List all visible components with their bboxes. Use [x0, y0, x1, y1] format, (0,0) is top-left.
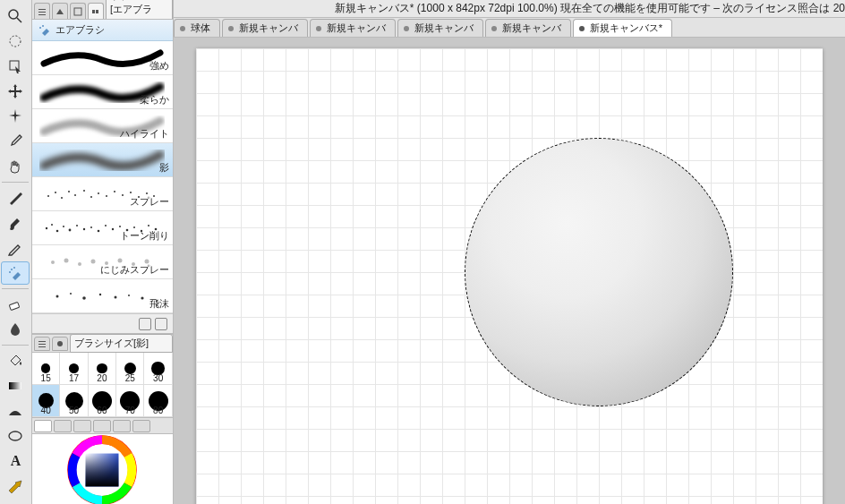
color-intermediate-tab[interactable] — [113, 420, 131, 432]
svg-rect-71 — [86, 454, 119, 487]
subtool-group-header[interactable]: エアブラシ — [32, 20, 173, 41]
brush-size-cell[interactable]: 80 — [144, 385, 172, 417]
panel-tab-icon[interactable] — [88, 3, 104, 19]
svg-point-16 — [39, 27, 41, 29]
panel-menu-icon[interactable] — [34, 3, 50, 19]
svg-point-22 — [74, 194, 76, 196]
brush-item[interactable]: にじみスプレー — [32, 245, 173, 279]
svg-point-31 — [146, 192, 148, 194]
brush-size-cell[interactable]: 15 — [32, 353, 60, 385]
shading-tool[interactable] — [1, 399, 30, 423]
svg-line-1 — [17, 18, 21, 22]
text-tool[interactable]: A — [1, 449, 30, 473]
separator — [2, 182, 29, 183]
brush-size-cell[interactable]: 50 — [60, 385, 88, 417]
document-tab[interactable]: 新規キャンバ — [397, 19, 483, 37]
svg-point-43 — [112, 227, 114, 229]
brush-size-cell[interactable]: 30 — [144, 353, 172, 385]
svg-rect-67 — [38, 346, 46, 347]
pencil-tool[interactable] — [1, 236, 30, 260]
hand-tool[interactable] — [1, 155, 30, 178]
svg-point-48 — [148, 225, 149, 226]
brush-size-value: 60 — [97, 406, 107, 415]
document-tab[interactable]: 新規キャンバ — [310, 19, 396, 37]
document-tab[interactable]: 新規キャンバス* — [573, 19, 672, 37]
brush-size-cell[interactable]: 25 — [116, 353, 144, 385]
brush-size-cell[interactable]: 17 — [60, 353, 88, 385]
eyedropper-tool[interactable] — [1, 130, 30, 153]
brush-size-dot — [97, 363, 107, 374]
magnify-tool[interactable] — [1, 4, 30, 28]
panel-menu-icon[interactable] — [34, 337, 50, 351]
svg-point-0 — [9, 10, 18, 19]
canvas-viewport[interactable] — [174, 38, 845, 504]
pen-tool[interactable] — [1, 186, 30, 209]
brush-item[interactable]: トーン削り — [32, 211, 173, 245]
color-panel-tabs — [32, 418, 173, 434]
brush-size-cell[interactable]: 70 — [116, 385, 144, 417]
svg-point-53 — [90, 259, 95, 263]
svg-point-34 — [51, 224, 53, 226]
brush-size-cell[interactable]: 40 — [32, 385, 60, 417]
brush-size-dot — [69, 363, 79, 373]
svg-point-58 — [55, 295, 58, 297]
ellipse-tool[interactable] — [1, 424, 30, 448]
panel-tab-icon[interactable] — [52, 3, 68, 19]
svg-rect-66 — [38, 344, 46, 345]
brush-item[interactable]: スプレー — [32, 177, 173, 211]
brush-stroke-preview — [39, 149, 165, 171]
color-approx-tab[interactable] — [132, 420, 150, 432]
line-tool[interactable] — [1, 474, 30, 498]
panel-tab-icon[interactable] — [70, 3, 86, 19]
brush-size-dot — [41, 363, 50, 372]
canvas[interactable] — [196, 48, 823, 504]
svg-point-68 — [57, 341, 63, 346]
lasso-tool[interactable] — [1, 30, 30, 53]
brush-item[interactable]: 強め — [32, 41, 173, 75]
color-set-tab[interactable] — [73, 420, 91, 432]
brush-item[interactable]: 柔らか — [32, 75, 173, 109]
svg-point-50 — [51, 261, 55, 264]
move-tool[interactable] — [1, 80, 30, 103]
color-slider-tab[interactable] — [54, 420, 72, 432]
delete-brush-icon[interactable] — [155, 318, 167, 330]
brush-panel-footer — [32, 313, 173, 333]
color-wheel-tab[interactable] — [34, 420, 52, 432]
document-tab[interactable]: 球体 — [174, 19, 220, 37]
new-brush-icon[interactable] — [139, 318, 151, 330]
svg-point-29 — [130, 192, 132, 193]
brush-item[interactable]: 影 — [32, 143, 173, 177]
brush-item[interactable]: ハイライト — [32, 109, 173, 143]
svg-point-62 — [114, 295, 116, 298]
color-wheel[interactable] — [32, 434, 173, 504]
airbrush-tool[interactable] — [1, 261, 30, 285]
brush-label: 影 — [159, 161, 169, 175]
brush-tool[interactable] — [1, 211, 30, 235]
svg-point-38 — [76, 225, 78, 226]
document-title-bar: 新規キャンバス* (1000 x 842px 72dpi 100.0%) 現在全… — [174, 0, 845, 18]
selection-cursor-tool[interactable] — [1, 55, 30, 78]
marching-ants — [465, 138, 733, 406]
brush-size-cell[interactable]: 60 — [89, 385, 116, 417]
gradient-tool[interactable] — [1, 374, 30, 397]
color-history-tab[interactable] — [93, 420, 111, 432]
document-tab[interactable]: 新規キャンバ — [485, 19, 571, 37]
svg-point-64 — [141, 296, 143, 299]
panel-tab-icon[interactable] — [52, 337, 68, 351]
document-tab[interactable]: 新規キャンバ — [222, 19, 308, 37]
brush-item[interactable]: 飛沫 — [32, 279, 173, 313]
svg-rect-8 — [9, 382, 21, 389]
brush-size-value: 25 — [125, 373, 135, 383]
svg-point-63 — [128, 295, 130, 296]
fill-tool[interactable] — [1, 349, 30, 372]
brush-size-cell[interactable]: 20 — [89, 353, 116, 385]
svg-point-35 — [56, 229, 59, 232]
brush-size-value: 70 — [125, 406, 135, 415]
svg-point-42 — [105, 225, 107, 226]
sparkle-tool[interactable] — [1, 105, 30, 128]
svg-point-33 — [46, 226, 47, 228]
separator — [2, 288, 29, 289]
separator — [2, 345, 29, 346]
eraser-tool[interactable] — [1, 293, 30, 316]
blend-tool[interactable] — [1, 318, 30, 341]
